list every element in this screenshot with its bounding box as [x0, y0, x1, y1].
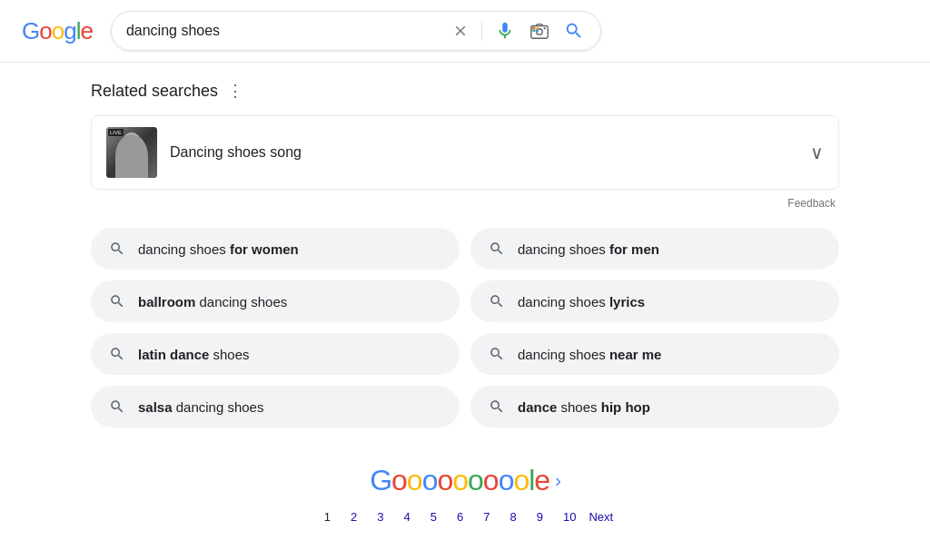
search-divider: [481, 21, 482, 41]
pagination: Gooooooooole › 1 2 3 4 5 6 7 8 9 10 Next: [91, 464, 839, 527]
page-7[interactable]: 7: [476, 506, 497, 527]
pill-women[interactable]: dancing shoes for women: [91, 228, 460, 270]
page-2[interactable]: 2: [343, 506, 364, 527]
voice-search-button[interactable]: [493, 19, 517, 43]
page-1[interactable]: 1: [317, 506, 338, 527]
pill-lyrics-text: dancing shoes lyrics: [518, 294, 821, 309]
page-3[interactable]: 3: [370, 506, 391, 527]
svg-rect-5: [532, 29, 536, 32]
pill-latin[interactable]: latin dance shoes: [91, 333, 460, 375]
more-options-icon[interactable]: ⋮: [227, 81, 243, 101]
search-icon: [109, 346, 125, 362]
pill-ballroom[interactable]: ballroom dancing shoes: [91, 280, 460, 322]
search-icon: [109, 241, 125, 257]
pill-lyrics[interactable]: dancing shoes lyrics: [470, 280, 839, 322]
search-bar: [111, 11, 601, 51]
song-card[interactable]: LIVE Dancing shoes song ∨: [91, 115, 839, 190]
camera-icon: [529, 21, 549, 41]
search-icon: [489, 241, 505, 257]
search-input[interactable]: [126, 23, 441, 39]
search-icon: [489, 293, 505, 309]
page-6[interactable]: 6: [450, 506, 470, 527]
feedback-row: Feedback: [91, 197, 839, 210]
page-10[interactable]: 10: [556, 506, 583, 527]
pill-salsa-text: salsa dancing shoes: [138, 399, 441, 415]
page-8[interactable]: 8: [502, 506, 523, 527]
pill-men-text: dancing shoes for men: [518, 241, 821, 257]
svg-rect-2: [543, 27, 545, 29]
search-button[interactable]: [562, 19, 586, 43]
search-icon: [564, 21, 584, 41]
photo-tag: LIVE: [108, 129, 124, 136]
close-icon: [452, 23, 469, 39]
pill-near-me-text: dancing shoes near me: [518, 347, 821, 362]
svg-rect-3: [532, 26, 536, 29]
song-title: Dancing shoes song: [170, 144, 302, 161]
search-icon: [489, 346, 505, 362]
pill-hip-hop-text: dance shoes hip hop: [518, 399, 821, 415]
page-numbers: 1 2 3 4 5 6 7 8 9 10 Next: [317, 506, 613, 527]
image-search-button[interactable]: [528, 19, 551, 43]
main-content: Related searches ⋮ LIVE Dancing shoes so…: [0, 63, 930, 560]
related-searches-title: Related searches: [91, 82, 218, 101]
pagination-logo: Gooooooooole ›: [370, 464, 560, 497]
search-icon: [109, 398, 125, 415]
pill-latin-text: latin dance shoes: [138, 347, 441, 362]
page-9[interactable]: 9: [529, 506, 550, 527]
song-photo: LIVE: [106, 127, 157, 178]
pill-men[interactable]: dancing shoes for men: [470, 228, 839, 270]
pagination-next-chevron: ›: [555, 470, 560, 491]
next-link[interactable]: Next: [589, 510, 613, 524]
photo-person: [115, 134, 148, 178]
page-4[interactable]: 4: [397, 506, 418, 527]
svg-rect-4: [535, 26, 539, 29]
chevron-down-icon: ∨: [810, 142, 824, 163]
clear-button[interactable]: [450, 21, 470, 41]
pills-grid: dancing shoes for women dancing shoes fo…: [91, 228, 839, 427]
svg-rect-6: [535, 29, 539, 32]
header: Google: [0, 0, 930, 63]
pill-salsa[interactable]: salsa dancing shoes: [91, 386, 460, 427]
related-searches-header: Related searches ⋮: [91, 81, 839, 101]
pill-near-me[interactable]: dancing shoes near me: [470, 333, 839, 375]
search-icon: [109, 293, 125, 309]
mic-icon: [495, 21, 515, 41]
google-logo[interactable]: Google: [22, 17, 93, 45]
search-icons: [450, 19, 586, 43]
pill-hip-hop[interactable]: dance shoes hip hop: [470, 386, 839, 427]
page-5[interactable]: 5: [423, 506, 444, 527]
search-icon: [489, 398, 505, 415]
feedback-label[interactable]: Feedback: [787, 197, 836, 210]
song-thumbnail: LIVE: [106, 127, 157, 178]
song-card-left: LIVE Dancing shoes song: [106, 127, 302, 178]
pill-women-text: dancing shoes for women: [138, 241, 441, 257]
pill-ballroom-text: ballroom dancing shoes: [138, 294, 441, 309]
